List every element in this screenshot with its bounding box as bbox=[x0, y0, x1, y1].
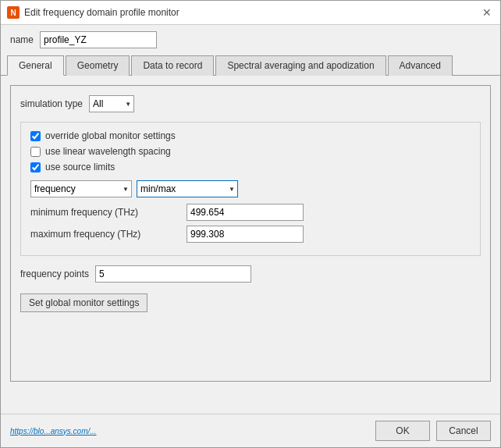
override-row: override global monitor settings bbox=[30, 130, 471, 141]
freq-type-select-wrapper: frequency wavelength ▼ bbox=[30, 180, 132, 197]
freq-type-dropdown-arrow: ▼ bbox=[123, 186, 129, 193]
override-checkbox[interactable] bbox=[30, 131, 41, 141]
tab-geometry[interactable]: Geometry bbox=[66, 55, 130, 76]
freq-points-input[interactable] bbox=[95, 265, 251, 283]
tabs: General Geometry Data to record Spectral… bbox=[1, 55, 500, 76]
freq-type-select[interactable]: frequency wavelength bbox=[31, 181, 98, 197]
settings-group: override global monitor settings use lin… bbox=[20, 122, 481, 256]
min-freq-label: minimum frequency (THz) bbox=[30, 207, 187, 218]
tab-data-to-record[interactable]: Data to record bbox=[131, 55, 214, 76]
linear-wavelength-checkbox[interactable] bbox=[30, 147, 41, 157]
sim-type-label: simulation type bbox=[20, 98, 83, 109]
freq-points-row: frequency points bbox=[20, 265, 481, 283]
sim-type-row: simulation type All FDTD EME ▼ bbox=[20, 95, 481, 112]
tab-advanced[interactable]: Advanced bbox=[388, 55, 453, 76]
title-bar-left: N Edit frequency domain profile monitor bbox=[7, 6, 179, 19]
source-limits-label: use source limits bbox=[45, 162, 115, 172]
min-freq-input[interactable] bbox=[187, 204, 304, 221]
tab-general[interactable]: General bbox=[7, 55, 64, 76]
sim-type-select[interactable]: All FDTD EME bbox=[90, 96, 133, 112]
close-button[interactable]: ✕ bbox=[480, 5, 494, 20]
freq-controls: frequency wavelength ▼ min/max center/sp… bbox=[30, 180, 471, 197]
dialog-footer: https://blo...ansys.com/... OK Cancel bbox=[1, 414, 500, 447]
max-freq-label: maximum frequency (THz) bbox=[30, 229, 187, 240]
name-label: name bbox=[10, 34, 34, 45]
dialog: N Edit frequency domain profile monitor … bbox=[0, 0, 501, 448]
set-global-monitor-button[interactable]: Set global monitor settings bbox=[20, 293, 147, 312]
tab-spectral[interactable]: Spectral averaging and apodization bbox=[215, 55, 386, 76]
ok-button[interactable]: OK bbox=[375, 421, 430, 441]
dialog-title: Edit frequency domain profile monitor bbox=[24, 7, 179, 18]
freq-points-label: frequency points bbox=[20, 268, 89, 279]
range-type-select[interactable]: min/max center/span bbox=[137, 181, 205, 197]
max-freq-input[interactable] bbox=[187, 226, 304, 243]
content-panel: simulation type All FDTD EME ▼ override … bbox=[10, 85, 491, 382]
max-freq-row: maximum frequency (THz) bbox=[30, 226, 471, 243]
override-label: override global monitor settings bbox=[45, 130, 176, 141]
cancel-button[interactable]: Cancel bbox=[436, 421, 491, 441]
name-input[interactable] bbox=[40, 31, 157, 48]
footer-link[interactable]: https://blo...ansys.com/... bbox=[10, 427, 97, 436]
min-freq-row: minimum frequency (THz) bbox=[30, 204, 471, 221]
source-limits-row: use source limits bbox=[30, 162, 471, 172]
title-bar: N Edit frequency domain profile monitor … bbox=[1, 1, 500, 25]
range-type-select-wrapper: min/max center/span ▼ bbox=[137, 180, 238, 197]
name-row: name bbox=[1, 25, 500, 55]
source-limits-checkbox[interactable] bbox=[30, 162, 41, 172]
app-icon: N bbox=[7, 6, 20, 19]
linear-wavelength-label: use linear wavelength spacing bbox=[45, 146, 171, 157]
tab-content: simulation type All FDTD EME ▼ override … bbox=[1, 76, 500, 414]
sim-type-select-wrapper: All FDTD EME ▼ bbox=[89, 95, 134, 112]
linear-wavelength-row: use linear wavelength spacing bbox=[30, 146, 471, 157]
range-type-dropdown-arrow: ▼ bbox=[229, 186, 235, 193]
